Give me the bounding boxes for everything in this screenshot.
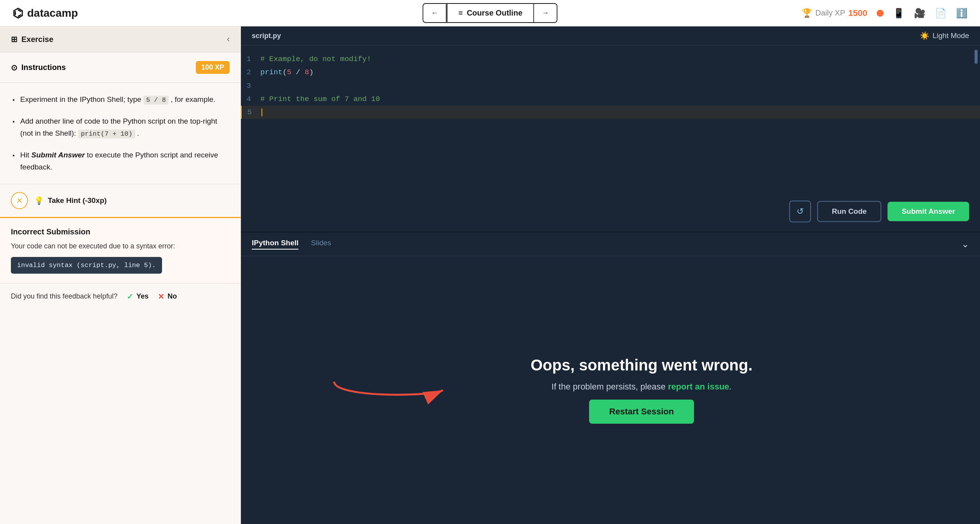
hint-dismiss-button[interactable]: ✕ bbox=[11, 192, 28, 209]
feedback-question: Did you find this feedback helpful? bbox=[11, 292, 117, 300]
oops-title: Oops, something went wrong. bbox=[530, 356, 752, 374]
instruction-3: Hit Submit Answer to execute the Python … bbox=[20, 149, 228, 173]
error-code: invalid syntax (script.py, line 5). bbox=[11, 257, 162, 274]
lightbulb-icon: 💡 bbox=[34, 196, 44, 205]
hint-row: ✕ 💡 Take Hint (-30xp) bbox=[0, 184, 241, 217]
daily-xp: 🏆 Daily XP 1500 bbox=[802, 8, 867, 18]
editor-topbar: script.py ☀️ Light Mode bbox=[241, 26, 980, 45]
shell-panel: IPython Shell Slides ⌄ bbox=[241, 232, 980, 524]
tab-ipython-shell[interactable]: IPython Shell bbox=[252, 239, 298, 250]
logo-text: datacamp bbox=[27, 7, 78, 19]
shell-body: Oops, something went wrong. If the probl… bbox=[241, 256, 980, 524]
bullet-1: ● bbox=[12, 97, 15, 103]
shell-tabs: IPython Shell Slides ⌄ bbox=[241, 232, 980, 256]
tab-slides[interactable]: Slides bbox=[311, 239, 331, 250]
list-item: ● Add another line of code to the Python… bbox=[12, 115, 228, 139]
check-icon: ✓ bbox=[127, 292, 133, 301]
mobile-icon[interactable]: 📱 bbox=[893, 8, 905, 19]
course-outline-button[interactable]: ≡ Course Outline bbox=[446, 4, 534, 22]
error-desc: Your code can not be executed due to a s… bbox=[11, 241, 230, 252]
yes-label: Yes bbox=[136, 292, 148, 300]
bullet-2: ● bbox=[12, 119, 15, 125]
bullet-3: ● bbox=[12, 152, 15, 159]
instruction-2: Add another line of code to the Python s… bbox=[20, 115, 228, 139]
instruction-1: Experiment in the IPython Shell; type 5 … bbox=[20, 94, 215, 105]
document-icon[interactable]: 📄 bbox=[935, 8, 947, 19]
logo: ⌬ datacamp bbox=[12, 6, 78, 21]
left-panel: ⊞ Exercise ‹ ⊙ Instructions 100 XP ● Exp… bbox=[0, 26, 241, 524]
list-item: ● Experiment in the IPython Shell; type … bbox=[12, 94, 228, 105]
code-editor: script.py ☀️ Light Mode 1 # Example, do … bbox=[241, 26, 980, 232]
logo-icon: ⌬ bbox=[12, 6, 23, 21]
scrollbar bbox=[975, 50, 978, 64]
exercise-title: ⊞ Exercise bbox=[11, 35, 53, 44]
submit-answer-button[interactable]: Submit Answer bbox=[888, 202, 969, 221]
code-line-3: 3 bbox=[241, 79, 980, 93]
light-mode-button[interactable]: ☀️ Light Mode bbox=[920, 31, 969, 40]
outline-label: Course Outline bbox=[467, 9, 522, 17]
instructions-title: ⊙ Instructions bbox=[11, 63, 66, 72]
collapse-shell-button[interactable]: ⌄ bbox=[961, 239, 969, 250]
nav-center: ← ≡ Course Outline → bbox=[422, 3, 557, 23]
file-tab: script.py bbox=[252, 32, 281, 40]
code-line-5: 5 bbox=[241, 106, 980, 119]
back-button[interactable]: ← bbox=[423, 4, 446, 22]
nav-right: 🏆 Daily XP 1500 📱 🎥 📄 ℹ️ bbox=[802, 8, 968, 19]
no-label: No bbox=[167, 292, 177, 300]
sun-icon: ☀️ bbox=[920, 31, 929, 40]
right-panel: script.py ☀️ Light Mode 1 # Example, do … bbox=[241, 26, 980, 524]
trophy-icon: 🏆 bbox=[802, 8, 812, 18]
take-hint-button[interactable]: 💡 Take Hint (-30xp) bbox=[34, 196, 107, 205]
feedback-no-button[interactable]: ✕ No bbox=[158, 292, 177, 301]
video-icon[interactable]: 🎥 bbox=[914, 8, 926, 19]
list-item: ● Hit Submit Answer to execute the Pytho… bbox=[12, 149, 228, 173]
oops-sub: If the problem persists, please report a… bbox=[551, 382, 731, 392]
error-panel: Incorrect Submission Your code can not b… bbox=[0, 217, 241, 283]
instructions-body: ● Experiment in the IPython Shell; type … bbox=[0, 83, 241, 184]
hint-label: Take Hint (-30xp) bbox=[48, 196, 107, 205]
code-line-1: 1 # Example, do not modify! bbox=[241, 52, 980, 66]
error-arrow bbox=[326, 374, 451, 407]
reset-button[interactable]: ↺ bbox=[789, 201, 811, 222]
collapse-button[interactable]: ‹ bbox=[227, 34, 230, 44]
top-nav: ⌬ datacamp ← ≡ Course Outline → 🏆 Daily … bbox=[0, 0, 980, 26]
restart-session-button[interactable]: Restart Session bbox=[589, 400, 694, 424]
info-icon[interactable]: ℹ️ bbox=[956, 8, 968, 19]
xp-badge: 100 XP bbox=[196, 61, 230, 74]
error-title: Incorrect Submission bbox=[11, 227, 230, 236]
exercise-icon: ⊞ bbox=[11, 35, 17, 44]
code-line-2: 2 print(5 / 8) bbox=[241, 66, 980, 79]
editor-actions: ↺ Run Code Submit Answer bbox=[789, 201, 969, 222]
streak-dot bbox=[877, 10, 884, 17]
forward-button[interactable]: → bbox=[534, 4, 557, 22]
run-code-button[interactable]: Run Code bbox=[817, 201, 882, 222]
check-circle-icon: ⊙ bbox=[11, 63, 17, 72]
instructions-header: ⊙ Instructions 100 XP bbox=[0, 52, 241, 83]
x-icon: ✕ bbox=[158, 292, 164, 301]
exercise-header: ⊞ Exercise ‹ bbox=[0, 26, 241, 52]
code-line-4: 4 # Print the sum of 7 and 10 bbox=[241, 93, 980, 106]
menu-icon: ≡ bbox=[458, 9, 463, 17]
report-issue-link[interactable]: report an issue bbox=[668, 382, 729, 391]
feedback-yes-button[interactable]: ✓ Yes bbox=[127, 292, 148, 301]
main-layout: ⊞ Exercise ‹ ⊙ Instructions 100 XP ● Exp… bbox=[0, 26, 980, 524]
shell-tab-group: IPython Shell Slides bbox=[252, 239, 331, 250]
feedback-row: Did you find this feedback helpful? ✓ Ye… bbox=[0, 283, 241, 310]
oops-content: Oops, something went wrong. If the probl… bbox=[530, 356, 752, 424]
light-mode-label: Light Mode bbox=[933, 31, 969, 40]
